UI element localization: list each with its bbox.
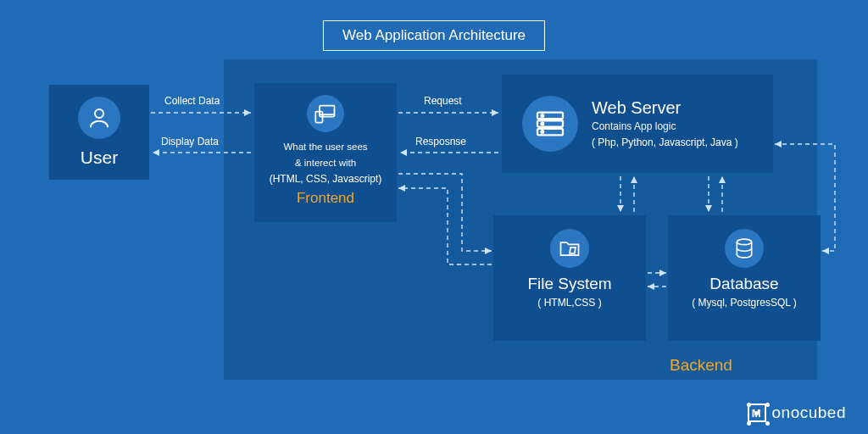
svg-point-9 [542,123,544,125]
frontend-desc2: & interect with [261,157,390,170]
diagram-title: Web Application Architecture [323,20,545,51]
node-user-title: User [56,147,142,168]
label-display-data: Display Data [161,136,219,147]
frontend-techs: (HTML, CSS, Javascript) [261,173,390,185]
svg-point-8 [542,114,544,117]
webserver-title: Web Server [592,98,738,118]
brand-logo-icon: M [748,403,766,422]
svg-marker-31 [822,248,829,254]
filesystem-techs: ( HTML,CSS ) [500,297,639,309]
svg-point-11 [737,239,751,245]
server-icon [522,96,578,152]
node-user: User [49,85,149,180]
user-icon [78,97,120,139]
database-icon [725,229,764,268]
database-title: Database [675,275,814,293]
svg-marker-15 [153,149,159,156]
frontend-desc1: What the user sees [261,141,390,154]
label-request: Request [424,95,462,107]
node-database: Database ( Mysql, PostgresSQL ) [668,215,821,341]
filesystem-title: File System [500,275,639,293]
folder-icon [550,229,589,268]
brand-text: onocubed [772,403,846,422]
brand-logo-group: M onocubed [748,403,846,422]
node-filesystem: File System ( HTML,CSS ) [493,215,646,341]
node-frontend: What the user sees & interect with (HTML… [254,83,397,222]
node-webserver: Web Server Contains App logic ( Php, Pyt… [502,75,773,173]
backend-section-label: Backend [670,356,732,375]
database-techs: ( Mysql, PostgresSQL ) [675,297,814,309]
devices-icon [307,95,344,132]
label-collect-data: Collect Data [164,95,220,107]
label-response: Resposnse [415,136,466,147]
svg-point-10 [542,131,544,133]
svg-point-0 [95,109,103,118]
webserver-techs: ( Php, Python, Javascript, Java ) [592,136,738,149]
webserver-sub: Contains App logic [592,120,738,133]
frontend-section-label: Frontend [261,190,390,207]
